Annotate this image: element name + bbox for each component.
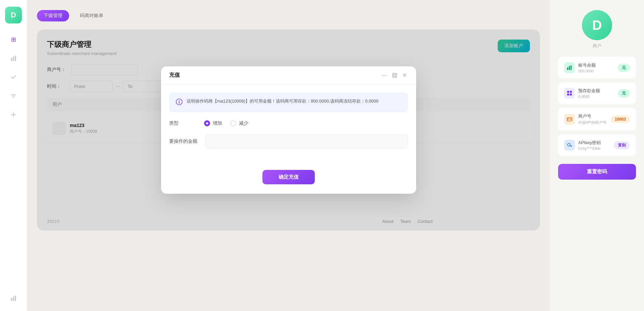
sidebar: D ⊞: [0, 0, 27, 311]
svg-rect-20: [570, 91, 572, 93]
svg-rect-10: [15, 296, 16, 301]
grid-sm-icon: [564, 88, 575, 99]
svg-rect-18: [571, 65, 572, 70]
modal-title: 充值: [169, 72, 180, 79]
merchant-no-card: 商户号 对接API的商户号 10003: [558, 108, 636, 130]
top-nav: 下级管理 码商对账单: [37, 10, 540, 21]
apikey-copy-badge[interactable]: 复制: [614, 141, 630, 149]
grid-icon[interactable]: ⊞: [7, 34, 19, 46]
type-form-group: 类型 增加 减少: [169, 120, 408, 126]
check-icon[interactable]: [7, 71, 19, 83]
svg-point-14: [179, 101, 180, 102]
maximize-button[interactable]: [391, 72, 398, 79]
apikey-value: FzSy****iDkN: [578, 146, 601, 150]
svg-rect-12: [394, 74, 396, 76]
amount-input[interactable]: [205, 134, 408, 148]
predeposit-value-display: 0.0000: [578, 95, 600, 99]
svg-rect-11: [393, 73, 397, 77]
card-icon: [564, 114, 575, 125]
apikey-card: APIkey密钥 FzSy****iDkN 复制: [558, 134, 636, 156]
svg-rect-22: [570, 94, 572, 96]
confirm-button[interactable]: 确定充值: [262, 170, 315, 184]
reset-password-button[interactable]: 重置密码: [558, 164, 636, 180]
merchant-no-card-left: 商户号 对接API的商户号: [564, 113, 606, 125]
right-panel: D 商户 账号余额 200.0000 元: [550, 0, 644, 311]
radio-increase-circle: [204, 120, 210, 126]
merchant-no-label: 商户号: [578, 113, 606, 119]
predeposit-label: 预存款金额: [578, 88, 600, 94]
modal-controls: — ✕: [381, 72, 408, 79]
svg-rect-23: [567, 118, 572, 121]
radio-group: 增加 减少: [204, 120, 248, 126]
apikey-card-left: APIkey密钥 FzSy****iDkN: [564, 140, 601, 150]
minimize-button[interactable]: —: [381, 72, 388, 79]
svg-rect-17: [569, 66, 570, 70]
balance-card: 账号余额 200.0000 元: [558, 57, 636, 78]
predeposit-card: 预存款金额 0.0000 元: [558, 82, 636, 104]
page-card: 下级商户管理 Subordinate merchant management 添…: [37, 29, 540, 231]
merchant-no-badge[interactable]: 10003: [611, 116, 630, 123]
radio-increase[interactable]: 增加: [204, 120, 222, 126]
bottom-chart-icon[interactable]: [7, 292, 19, 304]
svg-rect-8: [11, 298, 12, 301]
chart-bar-icon: [564, 62, 575, 73]
merchant-no-sublabel: 对接API的商户号: [578, 120, 606, 125]
radio-decrease-circle: [230, 120, 236, 126]
profile-avatar: D: [582, 10, 612, 40]
radio-increase-label: 增加: [213, 120, 222, 126]
svg-rect-21: [567, 94, 569, 96]
predeposit-card-left: 预存款金额 0.0000: [564, 88, 600, 99]
balance-value-display: 200.0000: [578, 69, 596, 73]
svg-rect-9: [13, 297, 14, 301]
apikey-label: APIkey密钥: [578, 140, 601, 146]
tab-subordinate-management[interactable]: 下级管理: [37, 10, 69, 21]
close-button[interactable]: ✕: [401, 72, 408, 79]
svg-rect-2: [15, 56, 16, 61]
amount-form-group: 要操作的金额: [169, 134, 408, 148]
sidebar-avatar: D: [5, 7, 22, 23]
key-icon: [564, 140, 575, 150]
type-label: 类型: [169, 120, 196, 126]
svg-rect-1: [13, 57, 14, 61]
modal-body: 说明操作码商【ma123(10008)】的可用金额！该码商可用存款：800.00…: [161, 84, 416, 165]
plus-icon[interactable]: [7, 109, 19, 121]
radio-decrease-label: 减少: [239, 120, 248, 126]
balance-label: 账号余额: [578, 62, 596, 68]
tab-merchant-statement[interactable]: 码商对账单: [73, 10, 110, 21]
notice-box: 说明操作码商【ma123(10008)】的可用金额！该码商可用存款：800.00…: [169, 92, 408, 112]
balance-badge[interactable]: 元: [618, 64, 630, 72]
chart-icon[interactable]: [7, 52, 19, 64]
radio-decrease[interactable]: 减少: [230, 120, 248, 126]
recharge-modal: 充值 — ✕: [161, 66, 416, 194]
svg-rect-19: [567, 91, 569, 93]
profile-role: 商户: [593, 43, 601, 49]
modal-footer: 确定充值: [161, 165, 416, 194]
svg-rect-16: [567, 67, 568, 70]
notice-text: 说明操作码商【ma123(10008)】的可用金额！该码商可用存款：800.00…: [187, 98, 379, 105]
main-content: 下级管理 码商对账单 下级商户管理 Subordinate merchant m…: [27, 0, 550, 311]
amount-label: 要操作的金额: [169, 138, 197, 144]
predeposit-badge[interactable]: 元: [618, 89, 630, 98]
notice-icon: [176, 99, 183, 107]
modal-header: 充值 — ✕: [161, 66, 416, 84]
filter-icon[interactable]: [7, 90, 19, 102]
balance-card-left: 账号余额 200.0000: [564, 62, 596, 73]
modal-overlay: 充值 — ✕: [37, 29, 540, 231]
svg-rect-0: [11, 58, 12, 61]
